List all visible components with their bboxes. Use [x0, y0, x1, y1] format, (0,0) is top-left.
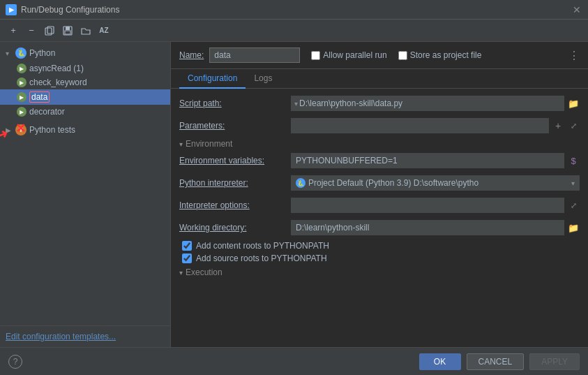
- help-button[interactable]: ?: [8, 355, 22, 369]
- tree-item-asyncread[interactable]: ▶ asyncRead (1): [0, 61, 170, 75]
- open-folder-button[interactable]: [78, 23, 93, 38]
- python-tests-icon: T: [15, 124, 27, 135]
- working-dir-folder-button[interactable]: 📁: [567, 221, 580, 234]
- env-vars-text[interactable]: PYTHONUNBUFFERED=1: [291, 153, 564, 168]
- decorator-label: decorator: [29, 107, 65, 117]
- python-tests-group-header[interactable]: ▶ T Python tests ✕ ↗: [0, 122, 170, 138]
- config-tree-panel: ▾ 🐍 Python ▶ asyncRead (1) ▶ check_keywo…: [0, 42, 171, 347]
- asyncread-icon: ▶: [17, 64, 27, 73]
- tab-configuration[interactable]: Configuration: [179, 69, 246, 89]
- name-input[interactable]: [209, 47, 300, 63]
- script-path-dropdown-arrow: ▾: [294, 100, 298, 108]
- config-tree: ▾ 🐍 Python ▶ asyncRead (1) ▶ check_keywo…: [0, 42, 170, 325]
- working-dir-row: Working directory: D:\learn\python-skill…: [179, 219, 580, 237]
- parameters-label: Parameters:: [179, 121, 291, 131]
- interpreter-options-value-group: ⤢: [291, 198, 580, 213]
- interpreter-options-row: Interpreter options: ⤢: [179, 196, 580, 214]
- parameters-input[interactable]: [291, 118, 549, 133]
- edit-templates-section: Edit configuration templates...: [0, 325, 170, 347]
- working-dir-text[interactable]: D:\learn\python-skill: [291, 220, 564, 235]
- environment-section-label: Environment: [186, 139, 232, 149]
- script-path-value-group: ▾ D:\learn\python-skill\data.py 📁: [291, 96, 580, 111]
- parameters-expand-button[interactable]: ⤢: [567, 119, 580, 132]
- edit-templates-button[interactable]: Edit configuration templates...: [6, 332, 116, 341]
- data-label: data: [29, 91, 50, 103]
- script-path-folder-button[interactable]: 📁: [567, 97, 580, 110]
- copy-config-button[interactable]: [42, 23, 57, 38]
- parameters-row: Parameters: + ⤢: [179, 117, 580, 135]
- check-keyword-label: check_keyword: [29, 78, 87, 87]
- interpreter-options-label: Interpreter options:: [179, 200, 291, 210]
- title-bar: ▶ Run/Debug Configurations ✕: [0, 0, 588, 20]
- tree-item-decorator[interactable]: ▶ decorator: [0, 105, 170, 119]
- execution-section-header[interactable]: ▾ Execution: [179, 267, 580, 277]
- interpreter-row: Python interpreter: 🐍 Project Default (P…: [179, 174, 580, 192]
- add-content-roots-row: Add content roots to PYTHONPATH: [179, 241, 580, 251]
- script-path-row: Script path: ▾ D:\learn\python-skill\dat…: [179, 94, 580, 112]
- svg-rect-4: [65, 31, 70, 34]
- store-project-group: Store as project file: [398, 50, 482, 60]
- tab-logs[interactable]: Logs: [246, 69, 280, 89]
- working-dir-label: Working directory:: [179, 223, 291, 233]
- interpreter-label: Python interpreter:: [179, 178, 291, 188]
- env-vars-label: Environment variables:: [179, 156, 291, 166]
- add-content-roots-checkbox[interactable]: [182, 241, 192, 251]
- allow-parallel-checkbox[interactable]: [311, 51, 320, 60]
- tree-item-check-keyword[interactable]: ▶ check_keyword: [0, 75, 170, 89]
- more-options-button[interactable]: ⋮: [568, 49, 580, 62]
- config-content: Script path: ▾ D:\learn\python-skill\dat…: [171, 89, 588, 347]
- interpreter-text: Project Default (Python 3.9) D:\software…: [308, 178, 568, 188]
- asyncread-label: asyncRead (1): [29, 64, 84, 73]
- config-right-panel: Name: Allow parallel run Store as projec…: [171, 42, 588, 347]
- bottom-bar: ? OK CANCEL APPLY: [0, 347, 588, 375]
- allow-parallel-group: Allow parallel run: [311, 50, 386, 60]
- python-group-label: Python: [29, 48, 55, 58]
- add-content-roots-label: Add content roots to PYTHONPATH: [196, 241, 329, 251]
- name-row: Name: Allow parallel run Store as projec…: [171, 42, 588, 69]
- store-project-label: Store as project file: [410, 50, 482, 60]
- save-config-button[interactable]: [60, 23, 75, 38]
- decorator-icon: ▶: [17, 107, 27, 117]
- window-title: Run/Debug Configurations: [21, 5, 119, 15]
- parameters-value-group: + ⤢: [291, 118, 580, 133]
- python-group-icon: 🐍: [15, 47, 27, 59]
- add-source-roots-checkbox[interactable]: [182, 253, 192, 263]
- interpreter-options-expand-button[interactable]: ⤢: [567, 199, 580, 212]
- interpreter-options-input[interactable]: [291, 198, 564, 213]
- close-button[interactable]: ✕: [571, 4, 582, 15]
- remove-config-button[interactable]: −: [24, 23, 39, 38]
- add-source-roots-row: Add source roots to PYTHONPATH: [179, 253, 580, 263]
- cancel-button[interactable]: CANCEL: [467, 353, 525, 370]
- interpreter-value-group[interactable]: 🐍 Project Default (Python 3.9) D:\softwa…: [291, 175, 580, 191]
- python-tests-arrow: ▶: [6, 126, 13, 134]
- parameters-add-button[interactable]: +: [552, 119, 564, 132]
- ok-button[interactable]: OK: [419, 353, 461, 370]
- tree-item-data[interactable]: ▶ data: [0, 89, 170, 105]
- allow-parallel-label: Allow parallel run: [323, 50, 386, 60]
- env-vars-value-group: PYTHONUNBUFFERED=1 $: [291, 153, 580, 168]
- action-buttons: OK CANCEL APPLY: [419, 353, 580, 370]
- environment-section-arrow: ▾: [179, 140, 183, 148]
- python-tests-label: Python tests: [29, 125, 75, 135]
- env-vars-row: Environment variables: PYTHONUNBUFFERED=…: [179, 152, 580, 170]
- add-source-roots-label: Add source roots to PYTHONPATH: [196, 253, 327, 263]
- env-vars-dollar-button[interactable]: $: [567, 154, 580, 167]
- store-project-checkbox[interactable]: [398, 51, 407, 60]
- name-field-label: Name:: [179, 50, 204, 60]
- python-group-header[interactable]: ▾ 🐍 Python: [0, 45, 170, 61]
- app-icon: ▶: [6, 4, 17, 15]
- check-keyword-icon: ▶: [17, 78, 27, 87]
- tabs-row: Configuration Logs: [171, 69, 588, 89]
- sort-button[interactable]: AZ: [96, 23, 112, 38]
- python-interpreter-icon: 🐍: [296, 178, 306, 188]
- script-path-text: D:\learn\python-skill\data.py: [299, 98, 561, 108]
- add-config-button[interactable]: +: [6, 23, 21, 38]
- execution-section-label: Execution: [186, 267, 223, 277]
- environment-section-header[interactable]: ▾ Environment: [179, 139, 580, 149]
- script-path-label: Script path:: [179, 98, 291, 108]
- script-path-input-area[interactable]: ▾ D:\learn\python-skill\data.py: [291, 96, 564, 111]
- toolbar: + − AZ: [0, 20, 588, 42]
- data-icon: ▶: [17, 92, 27, 102]
- interpreter-dropdown-arrow: ▾: [571, 179, 575, 187]
- apply-button[interactable]: APPLY: [529, 353, 580, 370]
